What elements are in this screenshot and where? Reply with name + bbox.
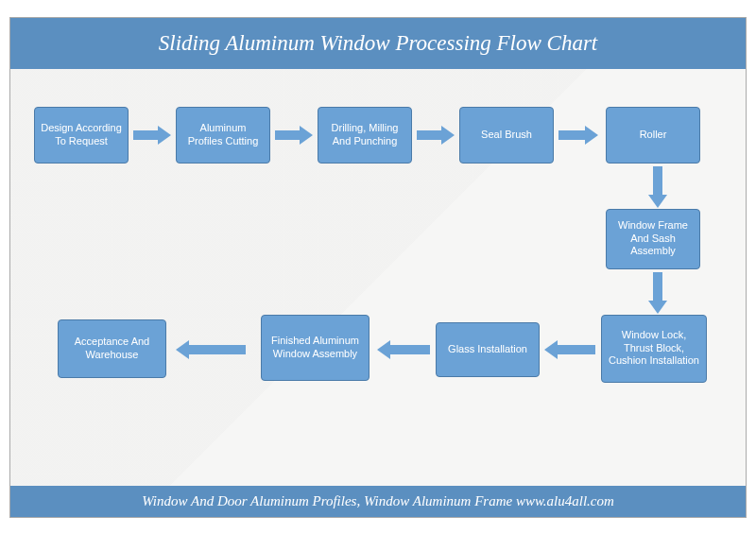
flow-canvas: Design According To Request Aluminum Pro… [10,69,746,486]
node-label: Design According To Request [41,122,122,148]
header-bar: Sliding Aluminum Window Processing Flow … [10,18,746,69]
header-title: Sliding Aluminum Window Processing Flow … [159,31,598,55]
footer-bar: Window And Door Aluminum Profiles, Windo… [10,486,746,517]
node-label: Acceptance And Warehouse [64,336,160,362]
node-label: Finished Aluminum Window Assembly [267,335,363,361]
node-label: Aluminum Profiles Cutting [182,122,264,148]
arrow-left-icon [176,340,246,359]
arrow-down-icon [648,166,667,208]
node-frame-sash-assembly: Window Frame And Sash Assembly [606,209,700,269]
node-acceptance-warehouse: Acceptance And Warehouse [58,319,166,378]
node-label: Drilling, Milling And Punching [324,122,405,148]
arrow-right-icon [417,126,455,145]
node-drilling-milling: Drilling, Milling And Punching [318,107,412,164]
node-label: Glass Installation [448,343,527,356]
arrow-left-icon [544,340,595,359]
node-design-request: Design According To Request [34,107,129,164]
arrow-down-icon [648,272,667,314]
node-glass-installation: Glass Installation [436,322,540,377]
node-label: Window Lock, Thrust Block, Cushion Insta… [608,329,700,368]
node-label: Roller [640,129,667,142]
node-profiles-cutting: Aluminum Profiles Cutting [176,107,270,164]
node-label: Window Frame And Sash Assembly [612,219,694,258]
footer-text: Window And Door Aluminum Profiles, Windo… [142,493,614,508]
node-roller: Roller [606,107,700,164]
arrow-left-icon [377,340,430,359]
node-seal-brush: Seal Brush [459,107,554,164]
arrow-right-icon [558,126,598,145]
node-finished-assembly: Finished Aluminum Window Assembly [261,315,369,381]
node-label: Seal Brush [481,129,532,142]
node-lock-thrust-cushion: Window Lock, Thrust Block, Cushion Insta… [601,315,707,383]
arrow-right-icon [133,126,171,145]
arrow-right-icon [275,126,313,145]
diagram-frame: Sliding Aluminum Window Processing Flow … [9,17,747,518]
